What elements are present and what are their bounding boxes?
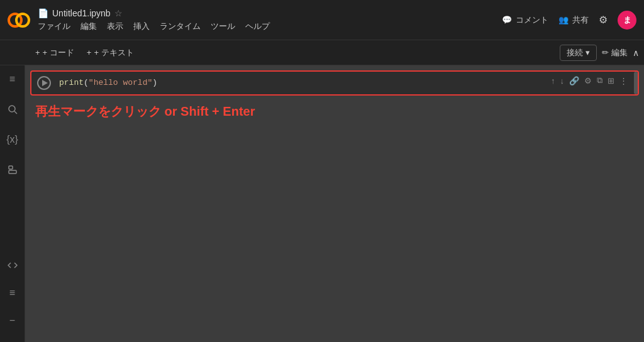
annotation-text: 再生マークをクリック or Shift + Enter xyxy=(35,104,255,118)
file-title-row: 📄 Untitled1.ipynb ☆ xyxy=(38,8,502,18)
edit-button[interactable]: ✏ 編集 xyxy=(602,47,628,58)
menu-file[interactable]: ファイル xyxy=(38,21,70,32)
code-string: "hello world" xyxy=(89,78,152,87)
toolbar-right: 接続 ▾ ✏ 編集 ∧ xyxy=(560,45,639,61)
svg-rect-5 xyxy=(9,170,16,174)
code-keyword: print xyxy=(59,78,84,87)
sidebar-search-icon[interactable] xyxy=(4,101,21,118)
title-area: 📄 Untitled1.ipynb ☆ ファイル 編集 表示 挿入 ランタイム … xyxy=(38,8,502,32)
file-icon: 📄 xyxy=(38,8,48,18)
cell-settings-icon[interactable]: ⚙ xyxy=(583,75,593,87)
sidebar-code-icon[interactable] xyxy=(4,256,21,274)
sidebar-files-icon[interactable] xyxy=(4,161,21,179)
sidebar-minus-icon[interactable]: − xyxy=(4,312,21,329)
sidebar-menu-icon[interactable]: ≡ xyxy=(4,70,21,88)
cell-more-icon[interactable]: ⋮ xyxy=(618,75,629,87)
comment-button[interactable]: 💬 コメント xyxy=(502,14,548,26)
sidebar-bottom: ≡ − xyxy=(4,256,21,337)
pencil-icon: ✏ xyxy=(602,48,609,57)
connect-label: 接続 xyxy=(567,47,583,58)
star-icon[interactable]: ☆ xyxy=(114,8,123,18)
code-cell-container: print("hello world") ↑ ↓ 🔗 ⚙ ⧉ ⊞ ⋮ xyxy=(30,70,639,96)
run-button[interactable] xyxy=(31,72,57,94)
cell-scrollbar[interactable] xyxy=(634,72,638,94)
top-bar: 📄 Untitled1.ipynb ☆ ファイル 編集 表示 挿入 ランタイム … xyxy=(0,0,644,40)
cell-down-icon[interactable]: ↓ xyxy=(559,75,566,87)
share-button[interactable]: 👥 共有 xyxy=(558,14,589,26)
cell-delete-icon[interactable]: ⊞ xyxy=(606,75,616,87)
add-text-button[interactable]: + + テキスト xyxy=(82,45,139,61)
menu-edit[interactable]: 編集 xyxy=(80,21,97,32)
add-code-button[interactable]: + + コード xyxy=(30,45,79,61)
connect-chevron: ▾ xyxy=(586,48,590,57)
menu-view[interactable]: 表示 xyxy=(107,21,123,32)
cell-link-icon[interactable]: 🔗 xyxy=(568,75,580,87)
comment-label: コメント xyxy=(516,14,548,26)
run-circle xyxy=(37,76,51,90)
colab-logo xyxy=(8,9,30,31)
cell-toolbar-right: ↑ ↓ 🔗 ⚙ ⧉ ⊞ ⋮ xyxy=(545,72,634,89)
settings-icon[interactable]: ⚙ xyxy=(599,14,608,26)
svg-rect-4 xyxy=(9,166,13,169)
comment-icon: 💬 xyxy=(502,15,512,25)
plus-icon-text: + xyxy=(87,48,92,57)
cell-code-content[interactable]: print("hello world") xyxy=(57,72,545,94)
menu-bar: ファイル 編集 表示 挿入 ランタイム ツール ヘルプ xyxy=(38,21,502,32)
main-layout: ≡ {x} ≡ − xyxy=(0,65,644,342)
run-triangle-icon xyxy=(42,80,48,86)
add-code-label: + コード xyxy=(43,47,74,58)
code-paren-open: ( xyxy=(84,78,89,87)
svg-line-3 xyxy=(14,111,17,114)
chevron-up-icon[interactable]: ∧ xyxy=(633,48,639,58)
share-label: 共有 xyxy=(572,14,589,26)
plus-icon-code: + xyxy=(35,48,40,57)
top-right: 💬 コメント 👥 共有 ⚙ ま xyxy=(502,11,636,30)
code-paren-close: ) xyxy=(152,78,157,87)
add-text-label: + テキスト xyxy=(94,47,133,58)
menu-help[interactable]: ヘルプ xyxy=(245,21,270,32)
cell-copy-icon[interactable]: ⧉ xyxy=(596,74,604,87)
menu-insert[interactable]: 挿入 xyxy=(133,21,150,32)
sidebar: ≡ {x} ≡ − xyxy=(0,65,25,342)
avatar[interactable]: ま xyxy=(618,11,636,30)
connect-button[interactable]: 接続 ▾ xyxy=(560,45,597,61)
content-area: print("hello world") ↑ ↓ 🔗 ⚙ ⧉ ⊞ ⋮ 再生マーク… xyxy=(25,65,644,342)
file-name: Untitled1.ipynb xyxy=(52,8,111,18)
cell-up-icon[interactable]: ↑ xyxy=(550,75,557,87)
menu-tools[interactable]: ツール xyxy=(211,21,235,32)
code-cell: print("hello world") ↑ ↓ 🔗 ⚙ ⧉ ⊞ ⋮ xyxy=(30,70,639,96)
annotation: 再生マークをクリック or Shift + Enter xyxy=(30,101,639,123)
svg-point-2 xyxy=(9,106,15,112)
toolbar-left: + + コード + + テキスト xyxy=(30,45,560,61)
sidebar-terminal-icon[interactable]: ≡ xyxy=(4,284,21,302)
secondary-toolbar: + + コード + + テキスト 接続 ▾ ✏ 編集 ∧ xyxy=(0,40,644,65)
share-icon: 👥 xyxy=(558,15,569,25)
edit-label: 編集 xyxy=(611,47,628,58)
sidebar-variables-icon[interactable]: {x} xyxy=(4,131,21,148)
menu-runtime[interactable]: ランタイム xyxy=(160,21,201,32)
